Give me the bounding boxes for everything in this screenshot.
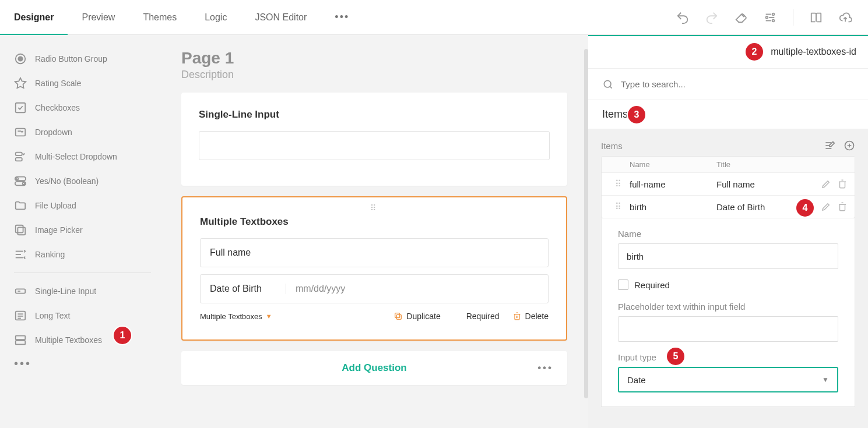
- toolbox-multiselect[interactable]: Multi-Select Dropdown: [9, 144, 160, 169]
- row-label: Date of Birth: [210, 284, 286, 294]
- svg-rect-7: [16, 153, 22, 156]
- toolbox-rating[interactable]: Rating Scale: [9, 71, 160, 95]
- toolbox-more[interactable]: •••: [9, 352, 160, 375]
- drag-grip-icon[interactable]: ⠿: [606, 201, 630, 212]
- toolbox-label: Long Text: [35, 311, 70, 320]
- toolbox-label: Radio Button Group: [35, 54, 107, 63]
- question-multiple-textboxes[interactable]: ⠿ Multiple Textboxes Full name Date of B…: [181, 196, 567, 341]
- panel-body: Items Name Title ⠿ full-nam: [588, 129, 868, 428]
- page-description[interactable]: Description: [181, 69, 567, 81]
- toolbox-ranking[interactable]: Ranking: [9, 242, 160, 267]
- eraser-icon[interactable]: [735, 11, 747, 24]
- main-tabs: Designer Preview Themes Logic JSON Edito…: [0, 0, 363, 34]
- items-table: Name Title ⠿ full-name Full name: [601, 156, 855, 218]
- toolbox-file[interactable]: File Upload: [9, 193, 160, 218]
- add-item-icon[interactable]: [844, 140, 855, 151]
- undo-icon[interactable]: [676, 11, 689, 24]
- tab-json[interactable]: JSON Editor: [241, 0, 321, 34]
- edit-icon[interactable]: [821, 179, 831, 189]
- annotation-badge-4: 4: [796, 199, 814, 217]
- detail-ph-label: Placeholder text within input field: [618, 302, 838, 312]
- svg-point-12: [23, 182, 25, 185]
- select-value: Date: [627, 375, 646, 385]
- canvas-scrollbar[interactable]: [584, 49, 588, 398]
- cell-title: Date of Birth: [716, 202, 803, 212]
- toolbox-boolean[interactable]: Yes/No (Boolean): [9, 169, 160, 193]
- annotation-badge-3: 3: [628, 106, 645, 123]
- panel-section-header[interactable]: Items 3: [588, 100, 868, 129]
- toolbar-divider: [793, 9, 793, 26]
- single-line-input[interactable]: [199, 131, 550, 160]
- toolbox-single-line[interactable]: Single-Line Input: [9, 279, 160, 303]
- settings-icon[interactable]: [764, 11, 776, 24]
- duplicate-button[interactable]: Duplicate: [393, 312, 440, 321]
- question-type-selector[interactable]: Multiple Textboxes ▼: [200, 312, 272, 321]
- tabs-more[interactable]: •••: [321, 0, 363, 34]
- toolbox-imagepicker[interactable]: Image Picker: [9, 218, 160, 242]
- element-path[interactable]: 2 multiple-textboxes-id: [588, 35, 868, 69]
- tab-logic[interactable]: Logic: [191, 0, 241, 34]
- items-row[interactable]: ⠿ full-name Full name: [602, 173, 855, 196]
- type-label: Multiple Textboxes: [200, 312, 262, 321]
- delete-button[interactable]: Delete: [512, 312, 549, 321]
- question-title[interactable]: Multiple Textboxes: [200, 216, 549, 228]
- detail-type-label: Input type: [618, 352, 838, 362]
- toolbox-long-text[interactable]: Long Text: [9, 303, 160, 328]
- items-table-head: Name Title: [602, 157, 855, 173]
- chevron-down-icon: ▼: [822, 376, 829, 384]
- svg-point-21: [604, 80, 611, 87]
- svg-point-10: [16, 178, 19, 180]
- checkbox-icon[interactable]: [618, 280, 628, 290]
- panel-search[interactable]: [588, 69, 868, 100]
- row-label: Full name: [210, 247, 286, 258]
- toolbox-label: Dropdown: [35, 128, 72, 137]
- batch-edit-icon[interactable]: [824, 140, 835, 151]
- toolbox-label: Ranking: [35, 250, 65, 259]
- add-question-more[interactable]: •••: [537, 362, 553, 374]
- delete-icon[interactable]: [837, 179, 848, 189]
- cell-title: Full name: [716, 179, 803, 189]
- svg-point-0: [772, 13, 775, 15]
- detail-type-select[interactable]: Date ▼: [618, 367, 838, 392]
- edit-icon[interactable]: [821, 201, 831, 212]
- cell-name: full-name: [630, 179, 716, 189]
- row-birth[interactable]: Date of Birth mm/dd/yyyy: [200, 274, 549, 303]
- tab-preview[interactable]: Preview: [68, 0, 129, 34]
- toolbox-multiple-textboxes[interactable]: Multiple Textboxes 1: [9, 328, 160, 352]
- detail-name-input[interactable]: [618, 243, 838, 269]
- toolbox-label: File Upload: [35, 201, 76, 210]
- search-input[interactable]: [621, 79, 854, 89]
- cloud-upload-icon[interactable]: [839, 11, 852, 24]
- top-bar: Designer Preview Themes Logic JSON Edito…: [0, 0, 868, 35]
- item-detail: Name Required Placeholder text within in…: [601, 218, 855, 407]
- path-label: multiple-textboxes-id: [771, 47, 856, 57]
- annotation-badge-1: 1: [114, 327, 131, 344]
- svg-rect-6: [16, 129, 26, 136]
- action-label: Required: [466, 312, 500, 321]
- page-title[interactable]: Page 1: [181, 49, 567, 68]
- drag-grip-icon[interactable]: ⠿: [606, 179, 630, 189]
- detail-required[interactable]: Required: [618, 280, 838, 290]
- toolbox-checkboxes[interactable]: Checkboxes: [9, 95, 160, 120]
- drag-handle-icon[interactable]: ⠿: [200, 203, 549, 216]
- detail-ph-input[interactable]: [618, 316, 838, 342]
- question-title[interactable]: Single-Line Input: [199, 109, 550, 121]
- items-block: Items Name Title ⠿ full-nam: [601, 140, 855, 407]
- add-question-button[interactable]: Add Question •••: [181, 351, 567, 385]
- svg-rect-13: [16, 225, 23, 233]
- toolbar-icons: [676, 9, 868, 26]
- required-button[interactable]: Required: [454, 312, 500, 321]
- tab-themes[interactable]: Themes: [129, 0, 191, 34]
- toolbox-radio[interactable]: Radio Button Group: [9, 47, 160, 71]
- book-icon[interactable]: [810, 11, 823, 24]
- annotation-badge-5: 5: [667, 348, 684, 365]
- question-single-line[interactable]: Single-Line Input: [181, 93, 567, 186]
- tab-designer[interactable]: Designer: [0, 0, 68, 34]
- redo-icon[interactable]: [705, 11, 718, 24]
- delete-icon[interactable]: [837, 201, 848, 212]
- section-title: Items: [602, 108, 628, 121]
- toolbox-dropdown[interactable]: Dropdown: [9, 120, 160, 144]
- items-row[interactable]: ⠿ birth Date of Birth 4: [602, 196, 855, 218]
- row-fullname[interactable]: Full name: [200, 238, 549, 267]
- svg-rect-17: [16, 336, 26, 339]
